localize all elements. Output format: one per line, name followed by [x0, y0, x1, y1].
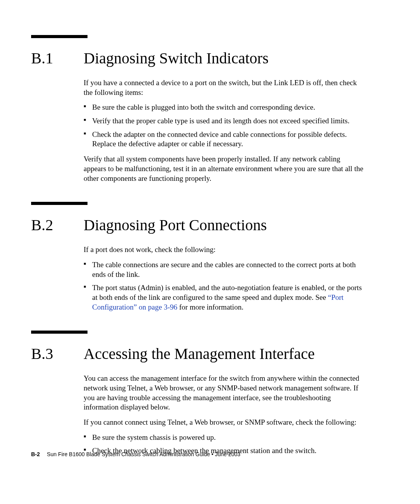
- paragraph: You can access the management interface …: [84, 374, 364, 412]
- list-item: Be sure the system chassis is powered up…: [84, 433, 364, 443]
- document-page: B.1 Diagnosing Switch Indicators If you …: [0, 0, 420, 504]
- bullet-list: Be sure the cable is plugged into both t…: [84, 103, 364, 149]
- section-title: Diagnosing Port Connections: [84, 216, 267, 234]
- section-b1: B.1 Diagnosing Switch Indicators If you …: [31, 35, 389, 183]
- list-item: Verify that the proper cable type is use…: [84, 116, 364, 126]
- section-rule: [31, 331, 88, 334]
- list-item-text-pre: The port status (Admin) is enabled, and …: [92, 284, 362, 301]
- list-item: The port status (Admin) is enabled, and …: [84, 283, 364, 312]
- section-b3: B.3 Accessing the Management Interface Y…: [31, 331, 389, 456]
- section-title: Diagnosing Switch Indicators: [84, 49, 269, 67]
- list-item: Be sure the cable is plugged into both t…: [84, 103, 364, 112]
- footer-text: Sun Fire B1600 Blade System Chassis Swit…: [47, 451, 241, 457]
- section-number: B.1: [31, 49, 84, 67]
- section-heading: B.3 Accessing the Management Interface: [31, 345, 389, 363]
- section-title: Accessing the Management Interface: [84, 345, 315, 363]
- paragraph: Verify that all system components have b…: [84, 154, 364, 183]
- section-body: You can access the management interface …: [84, 374, 364, 456]
- section-number: B.3: [31, 345, 84, 363]
- bullet-list: The cable connections are secure and the…: [84, 260, 364, 312]
- section-body: If a port does not work, check the follo…: [84, 245, 364, 312]
- list-item: The cable connections are secure and the…: [84, 260, 364, 279]
- section-b2: B.2 Diagnosing Port Connections If a por…: [31, 202, 389, 312]
- paragraph: If you have a connected a device to a po…: [84, 78, 364, 97]
- section-rule: [31, 35, 88, 38]
- section-heading: B.1 Diagnosing Switch Indicators: [31, 49, 389, 67]
- list-item-text-post: for more information.: [177, 303, 243, 311]
- section-rule: [31, 202, 88, 205]
- section-number: B.2: [31, 216, 84, 234]
- list-item: Check the adapter on the connected devic…: [84, 130, 364, 149]
- page-number: B-2: [31, 451, 40, 457]
- page-footer: B-2Sun Fire B1600 Blade System Chassis S…: [31, 451, 240, 457]
- paragraph: If you cannot connect using Telnet, a We…: [84, 418, 364, 427]
- section-heading: B.2 Diagnosing Port Connections: [31, 216, 389, 234]
- section-body: If you have a connected a device to a po…: [84, 78, 364, 183]
- paragraph: If a port does not work, check the follo…: [84, 245, 364, 255]
